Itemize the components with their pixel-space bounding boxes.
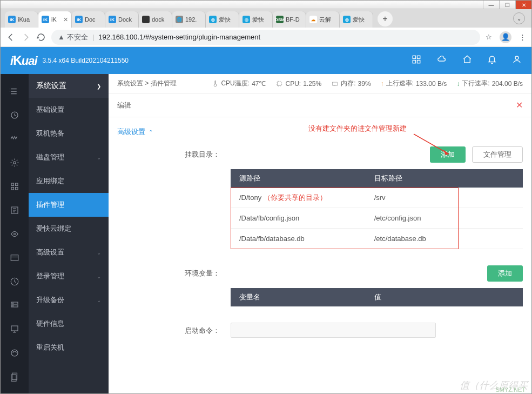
- browser-tab[interactable]: iKiK✕: [38, 11, 72, 28]
- mount-head-src: 源路径: [231, 173, 371, 183]
- add-env-button[interactable]: 添加: [487, 265, 523, 282]
- chevron-up-icon: ⌃: [149, 129, 153, 135]
- download-value: 204.00 B/s: [492, 80, 523, 88]
- sidebar-icon-3[interactable]: [10, 151, 19, 175]
- svg-rect-15: [11, 302, 18, 304]
- file-manager-button[interactable]: 文件管理: [472, 146, 523, 163]
- svg-line-25: [414, 134, 449, 154]
- sidebar-item-10[interactable]: 重启关机: [29, 336, 109, 359]
- sidebar-item-1[interactable]: 双机热备: [29, 122, 109, 145]
- insecure-warning-icon: ▲ 不安全: [58, 32, 88, 42]
- sidebar-icon-12[interactable]: [10, 365, 19, 389]
- sidebar-item-8[interactable]: 升级备份⌄: [29, 288, 109, 312]
- sidebar-item-6[interactable]: 高级设置⌄: [29, 241, 109, 264]
- download-label: 下行速率:: [462, 79, 489, 88]
- browser-tab[interactable]: iKiKua: [5, 11, 38, 28]
- sidebar-item-label: 爱快云绑定: [36, 224, 71, 233]
- forward-button[interactable]: [21, 32, 31, 42]
- chevron-right-icon: ❯: [97, 83, 101, 89]
- env-table-header: 变量名 值: [231, 288, 523, 306]
- tab-label: 爱快: [353, 16, 365, 24]
- browser-tab[interactable]: 🌐192.: [172, 11, 206, 28]
- cpu-icon: [275, 80, 283, 88]
- browser-tab[interactable]: iKDock: [105, 11, 139, 28]
- svg-rect-10: [16, 188, 18, 190]
- svg-point-17: [12, 303, 13, 303]
- sidebar-item-4[interactable]: 插件管理: [29, 193, 109, 217]
- sidebar-icon-1[interactable]: [10, 103, 19, 127]
- browser-tab[interactable]: ◎爱快: [239, 11, 273, 28]
- new-tab-button[interactable]: +: [378, 11, 393, 26]
- favicon-icon: iK: [75, 16, 83, 23]
- reload-button[interactable]: [36, 32, 46, 42]
- sidebar-icon-10[interactable]: [10, 317, 19, 341]
- sidebar-icon-4[interactable]: [10, 175, 19, 198]
- sidebar-item-label: 重启关机: [36, 343, 64, 352]
- favicon-icon: [142, 16, 150, 23]
- app-version: 3.5.4 x64 Build202104211550: [43, 57, 129, 64]
- url-text: 192.168.100.1/#/system-setting/plugin-ma…: [98, 33, 260, 41]
- window-minimize-button[interactable]: —: [483, 1, 499, 9]
- svg-rect-7: [11, 183, 14, 186]
- browser-tab[interactable]: iKDoc: [72, 11, 105, 28]
- menu-icon[interactable]: ⋮: [519, 33, 526, 41]
- app-header: iKuai 3.5.4 x64 Build202104211550: [1, 47, 531, 74]
- browser-tab[interactable]: ☁云解: [306, 11, 340, 28]
- sidebar-icon-2[interactable]: [10, 127, 19, 151]
- bell-icon[interactable]: [487, 55, 497, 67]
- sidebar-item-5[interactable]: 爱快云绑定: [29, 217, 109, 241]
- sidebar-icon-9[interactable]: [10, 293, 19, 317]
- sidebar-item-2[interactable]: 磁盘管理⌄: [29, 145, 109, 169]
- window-titlebar: — ☐ ✕: [1, 1, 531, 9]
- svg-rect-23: [278, 82, 281, 85]
- browser-tab[interactable]: dock: [139, 11, 172, 28]
- cloud-icon[interactable]: [436, 55, 447, 67]
- sidebar-item-label: 硬件信息: [36, 319, 64, 329]
- sidebar-item-3[interactable]: 应用绑定: [29, 169, 109, 193]
- sidebar-item-9[interactable]: 硬件信息: [29, 312, 109, 336]
- svg-rect-8: [16, 183, 18, 186]
- close-icon[interactable]: ✕: [516, 100, 523, 110]
- svg-point-6: [14, 162, 16, 164]
- annotation-text: 没有建文件夹的进文件管理新建: [308, 124, 407, 133]
- favicon-icon: ◎: [243, 16, 250, 23]
- sidebar-icon-8[interactable]: [10, 270, 19, 293]
- address-bar[interactable]: ▲ 不安全 | 192.168.100.1/#/system-setting/p…: [51, 30, 480, 45]
- sidebar-icon-0[interactable]: [10, 79, 19, 103]
- tab-close-icon[interactable]: ✕: [63, 16, 68, 23]
- window-close-button[interactable]: ✕: [515, 1, 531, 9]
- cpu-temp-label: CPU温度:: [221, 79, 250, 88]
- back-button[interactable]: [6, 32, 16, 42]
- breadcrumb-1[interactable]: 系统设置: [117, 79, 143, 87]
- sidebar-item-0[interactable]: 基础设置: [29, 98, 109, 122]
- sidebar-icon-7[interactable]: [10, 246, 19, 270]
- mount-dir-label: 挂载目录：: [117, 146, 231, 159]
- window-maximize-button[interactable]: ☐: [499, 1, 515, 9]
- sidebar-item-7[interactable]: 登录管理⌄: [29, 264, 109, 288]
- browser-tab[interactable]: ◎爱快: [340, 11, 373, 28]
- browser-tab[interactable]: ◎爱快: [206, 11, 239, 28]
- apps-icon[interactable]: [412, 55, 421, 67]
- mount-table-row[interactable]: /Data/fb/database.db/etc/database.db: [231, 229, 523, 249]
- sidebar-icon-5[interactable]: [10, 198, 19, 222]
- mount-table-row[interactable]: /D/tony （你要共享的目录）/srv: [231, 188, 523, 208]
- user-icon[interactable]: [512, 55, 522, 67]
- mount-head-dst: 目标路径: [371, 173, 523, 183]
- mount-table-row[interactable]: /Data/fb/config.json/etc/config.json: [231, 208, 523, 229]
- tab-label: iKua: [18, 16, 30, 23]
- bookmark-icon[interactable]: ☆: [486, 33, 492, 41]
- start-cmd-input[interactable]: [231, 323, 436, 338]
- upload-label: 上行速率:: [386, 79, 414, 88]
- sidebar: 系统设置 ❯ 基础设置双机热备磁盘管理⌄应用绑定插件管理爱快云绑定高级设置⌄登录…: [1, 74, 109, 393]
- home-icon[interactable]: [462, 55, 472, 67]
- sidebar-section-head[interactable]: 系统设置 ❯: [29, 74, 109, 98]
- breadcrumb-2[interactable]: 插件管理: [151, 79, 177, 87]
- svg-rect-19: [11, 326, 18, 331]
- profile-icon[interactable]: 👤: [500, 31, 511, 43]
- tab-dropdown-button[interactable]: ⌄: [513, 12, 525, 24]
- tab-label: 爱快: [252, 16, 264, 24]
- tab-label: 192.: [185, 16, 197, 23]
- sidebar-icon-6[interactable]: [10, 222, 19, 246]
- browser-tab[interactable]: DSMBF-D: [273, 11, 306, 28]
- sidebar-icon-11[interactable]: [10, 341, 19, 365]
